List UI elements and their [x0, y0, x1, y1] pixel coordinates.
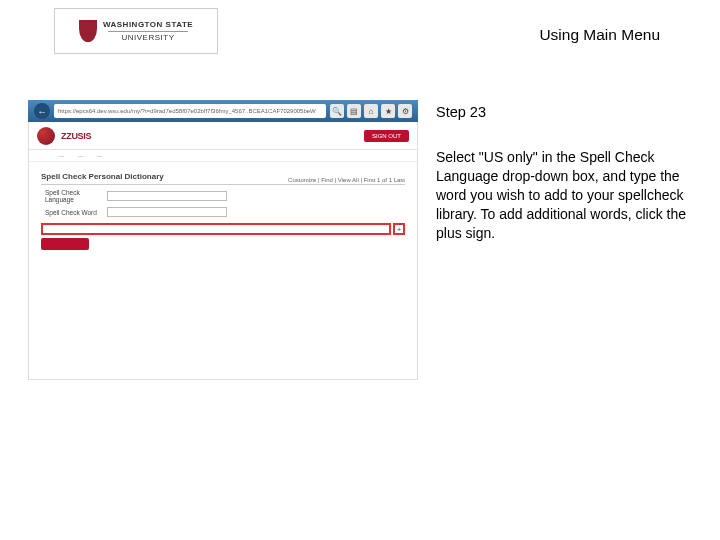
word-display — [107, 207, 227, 217]
highlighted-input-row: + — [41, 223, 405, 235]
logo-divider — [108, 31, 188, 32]
step-label: Step 23 — [436, 104, 692, 120]
add-word-plus-button[interactable]: + — [393, 223, 405, 235]
save-button[interactable] — [41, 238, 89, 250]
embedded-screenshot: ← https://epcs64.dev.wsu.edu/my/?t=d9rad… — [28, 100, 418, 380]
page-title: Using Main Menu — [539, 26, 660, 44]
shield-icon — [79, 20, 97, 42]
logo-line1: WASHINGTON STATE — [103, 21, 193, 29]
instruction-column: Step 23 Select "US only" in the Spell Ch… — [436, 100, 692, 380]
panel: Spell Check Personal Dictionary Customiz… — [29, 162, 417, 260]
app-nav: — — — — [29, 150, 417, 162]
search-icon[interactable]: 🔍 — [330, 104, 344, 118]
sign-out-button[interactable]: SIGN OUT — [364, 130, 409, 142]
app-header: ZZUSIS SIGN OUT — [29, 122, 417, 150]
app-brand: ZZUSIS — [61, 131, 91, 141]
nav-item[interactable]: — — [78, 153, 83, 159]
wsu-logo: WASHINGTON STATE UNIVERSITY — [54, 8, 218, 54]
language-select[interactable] — [107, 191, 227, 201]
step-body: Select "US only" in the Spell Check Lang… — [436, 148, 692, 242]
app-area: ZZUSIS SIGN OUT — — — Spell Check Person… — [28, 122, 418, 380]
nav-item[interactable]: — — [59, 153, 64, 159]
home-icon[interactable]: ⌂ — [364, 104, 378, 118]
word-label: Spell Check Word — [45, 209, 99, 216]
nav-item[interactable]: — — [97, 153, 102, 159]
word-row: Spell Check Word — [41, 205, 405, 219]
browser-chrome: ← https://epcs64.dev.wsu.edu/my/?t=d9rad… — [28, 100, 418, 122]
browser-icon-group: 🔍 ▤ ⌂ ★ ⚙ — [330, 104, 412, 118]
logo-line2: UNIVERSITY — [121, 34, 174, 42]
wsu-cougar-icon — [37, 127, 55, 145]
url-bar[interactable]: https://epcs64.dev.wsu.edu/my/?t=d9rad7e… — [54, 104, 326, 118]
tab-icon[interactable]: ▤ — [347, 104, 361, 118]
spellcheck-word-input[interactable] — [41, 223, 391, 235]
language-label: Spell Check Language — [45, 189, 99, 203]
content-row: ← https://epcs64.dev.wsu.edu/my/?t=d9rad… — [28, 100, 692, 380]
star-icon[interactable]: ★ — [381, 104, 395, 118]
language-row: Spell Check Language — [41, 187, 405, 205]
back-icon[interactable]: ← — [34, 103, 50, 119]
logo-text: WASHINGTON STATE UNIVERSITY — [103, 21, 193, 42]
gear-icon[interactable]: ⚙ — [398, 104, 412, 118]
